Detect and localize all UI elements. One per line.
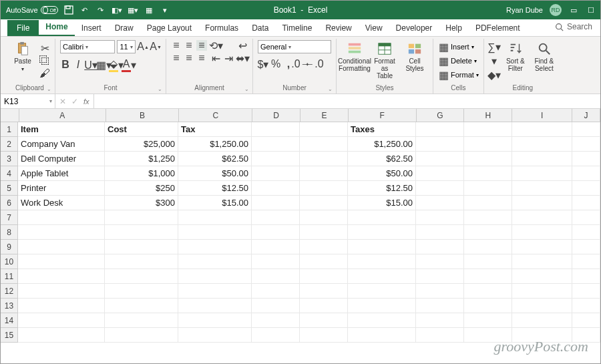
cell[interactable] (18, 328, 105, 343)
tab-data[interactable]: Data (245, 20, 275, 36)
cell[interactable] (348, 269, 416, 284)
cell[interactable] (105, 254, 178, 269)
cell[interactable] (18, 269, 105, 284)
cell[interactable] (512, 210, 572, 225)
format-as-table-button[interactable]: Format as Table (371, 40, 398, 81)
increase-font-icon[interactable]: A▲ (138, 41, 148, 52)
cell[interactable]: Item (18, 122, 105, 137)
column-header[interactable]: D (252, 109, 300, 122)
increase-indent-icon[interactable]: ⇥ (223, 53, 234, 63)
border-icon[interactable]: ▦▾ (98, 59, 109, 70)
cell[interactable]: $50.00 (178, 166, 252, 181)
cell[interactable] (572, 240, 600, 254)
tab-pdfelement[interactable]: PDFelement (469, 20, 527, 36)
cell[interactable]: Company Van (18, 137, 105, 152)
cell[interactable] (416, 299, 464, 313)
align-right-icon[interactable]: ≡ (196, 53, 207, 63)
cell[interactable] (252, 269, 300, 284)
formula-input[interactable] (94, 94, 600, 108)
row-header[interactable]: 11 (1, 269, 18, 284)
cell[interactable]: $1,250.00 (178, 137, 252, 152)
window-max-icon[interactable]: ☐ (586, 5, 596, 15)
cell[interactable] (416, 137, 464, 152)
cell[interactable]: Tax (178, 122, 252, 137)
tab-page-layout[interactable]: Page Layout (140, 20, 198, 36)
avatar[interactable]: RD (550, 4, 562, 16)
cell[interactable] (348, 313, 416, 328)
cell[interactable]: $15.00 (348, 196, 416, 210)
cell[interactable] (512, 284, 572, 299)
cell[interactable] (105, 299, 178, 313)
underline-icon[interactable]: U▾ (85, 59, 96, 70)
cell[interactable] (464, 313, 512, 328)
font-name-select[interactable]: Calibri▾ (60, 40, 115, 53)
orientation-icon[interactable]: ⟲▾ (210, 40, 221, 51)
cell[interactable] (18, 284, 105, 299)
autosave-toggle[interactable]: AutoSave Off (6, 6, 58, 14)
cell[interactable] (178, 240, 252, 254)
cell[interactable] (252, 240, 300, 254)
cancel-icon[interactable]: ✕ (59, 97, 66, 106)
cell[interactable] (178, 328, 252, 343)
cell[interactable] (178, 225, 252, 240)
cell[interactable] (252, 196, 300, 210)
column-header[interactable]: B (106, 109, 180, 122)
redo-icon[interactable]: ↷ (95, 5, 106, 15)
cell-styles-button[interactable]: Cell Styles (401, 40, 428, 73)
autosum-icon[interactable]: ∑▾ (489, 41, 499, 52)
cell[interactable]: Taxes (348, 122, 416, 137)
cell[interactable] (300, 284, 348, 299)
cell[interactable] (348, 328, 416, 343)
cell[interactable] (572, 196, 600, 210)
copy-icon[interactable]: ⿻ (39, 55, 50, 66)
cell[interactable] (300, 196, 348, 210)
cell[interactable] (572, 181, 600, 196)
find-select-button[interactable]: Find & Select (532, 40, 557, 73)
cell[interactable] (105, 313, 178, 328)
cell[interactable] (464, 166, 512, 181)
cell[interactable] (300, 313, 348, 328)
save-icon[interactable] (63, 5, 74, 15)
row-header[interactable]: 8 (1, 225, 18, 240)
row-header[interactable]: 15 (1, 328, 18, 343)
cell[interactable] (300, 240, 348, 254)
cell[interactable] (178, 254, 252, 269)
cell[interactable] (252, 122, 300, 137)
cell[interactable] (348, 240, 416, 254)
row-header[interactable]: 6 (1, 196, 18, 210)
cell[interactable] (105, 328, 178, 343)
row-header[interactable]: 1 (1, 122, 18, 137)
cell[interactable]: $1,000 (105, 166, 178, 181)
cell[interactable] (464, 210, 512, 225)
cell[interactable] (18, 225, 105, 240)
cell[interactable] (416, 122, 464, 137)
cell[interactable]: $1,250 (105, 152, 178, 166)
search-button[interactable]: Search (555, 22, 592, 31)
format-painter-icon[interactable]: 🖌 (39, 68, 50, 79)
name-box[interactable]: K13▾ (1, 94, 55, 108)
cell[interactable] (512, 313, 572, 328)
enter-icon[interactable]: ✓ (71, 97, 78, 106)
row-header[interactable]: 2 (1, 137, 18, 152)
wrap-text-icon[interactable]: ↩ (237, 40, 248, 51)
cell[interactable] (572, 210, 600, 225)
cell[interactable] (512, 299, 572, 313)
cell[interactable] (464, 240, 512, 254)
cell[interactable] (252, 313, 300, 328)
cell[interactable] (300, 181, 348, 196)
cell[interactable] (105, 284, 178, 299)
cell[interactable] (464, 122, 512, 137)
italic-icon[interactable]: I (73, 59, 83, 70)
cell[interactable] (512, 225, 572, 240)
tab-help[interactable]: Help (439, 20, 469, 36)
tab-timeline[interactable]: Timeline (275, 20, 319, 36)
ribbon-display-icon[interactable]: ▭ (568, 5, 579, 15)
cell[interactable] (572, 284, 600, 299)
cell[interactable] (416, 254, 464, 269)
column-header[interactable]: C (179, 109, 252, 122)
cut-icon[interactable]: ✂ (39, 43, 50, 53)
cell[interactable] (512, 152, 572, 166)
cell[interactable] (572, 166, 600, 181)
cell[interactable] (572, 269, 600, 284)
cell[interactable] (572, 254, 600, 269)
